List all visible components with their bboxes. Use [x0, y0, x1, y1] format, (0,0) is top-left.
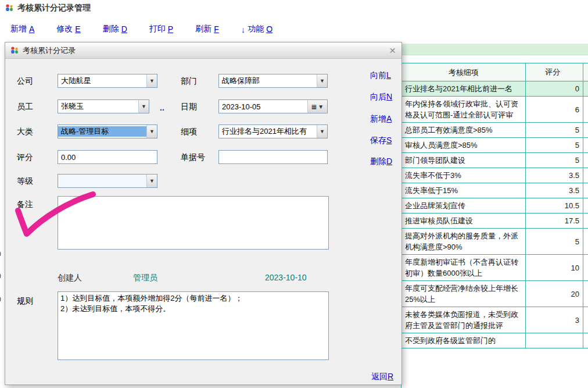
company-label: 公司: [17, 76, 33, 87]
extra-column-cell: [583, 213, 588, 228]
assessment-item-cell: 推进审核员队伍建设: [401, 213, 526, 228]
score-cell: 5: [526, 123, 583, 137]
save-hotkey: S: [386, 136, 392, 145]
employee-select[interactable]: 张晓玉 ▼: [58, 99, 149, 113]
table-row[interactable]: 总部员工有效满意度>85%5: [401, 123, 588, 138]
rule-textarea[interactable]: 1）达到目标值，本项额外增加得2分（每前进一名）； 2）未达到目标值，本项不得分…: [58, 291, 329, 360]
category-select[interactable]: 战略-管理目标 ▼: [58, 124, 157, 138]
prev-hotkey: L: [386, 70, 391, 80]
add-hotkey: A: [386, 114, 392, 123]
next-button[interactable]: 向后N: [370, 92, 392, 102]
extra-column-cell: [583, 333, 588, 348]
toolbar-print-hotkey: P: [168, 24, 173, 34]
detail-value: 行业排名与2021年相比有: [219, 126, 317, 137]
assessment-item-cell: 年度新增初审证书（不含再认证转初审）数量6000张以上: [401, 255, 526, 280]
chevron-down-icon[interactable]: ▼: [146, 175, 157, 187]
table-row[interactable]: 部门领导团队建设5: [401, 153, 588, 168]
chevron-down-icon[interactable]: ▼: [317, 74, 327, 87]
remark-textarea[interactable]: [58, 196, 329, 250]
toolbar-add-label: 新增: [10, 24, 27, 34]
toolbar-print-label: 打印: [149, 24, 166, 34]
detail-label: 细项: [181, 127, 197, 137]
employee-browse-button[interactable]: ..: [160, 103, 164, 112]
score-cell: 0: [526, 81, 583, 96]
score-input[interactable]: [58, 150, 157, 164]
table-row[interactable]: 审核人员满意度>85%5: [401, 138, 588, 153]
toolbar-add-button[interactable]: 新增A: [10, 24, 34, 34]
assessment-item-cell: 企业品牌策划宣传: [401, 198, 526, 213]
score-cell: 5: [526, 138, 583, 152]
score-cell: 6: [526, 97, 583, 122]
save-button[interactable]: 保存S: [370, 136, 392, 146]
delete-label: 删除: [370, 156, 386, 166]
date-picker[interactable]: 2023-10-05 ▦▼: [218, 99, 328, 113]
toolbar-print-button[interactable]: 打印P: [149, 24, 173, 34]
calendar-icon[interactable]: ▦▼: [307, 100, 327, 113]
department-select[interactable]: 战略保障部 ▼: [218, 74, 328, 88]
chevron-down-icon[interactable]: ▼: [146, 125, 157, 138]
delete-button[interactable]: 删除D: [370, 156, 392, 167]
edge-fragment: 0: [0, 250, 1, 258]
table-row[interactable]: 不受到政府各级监管部门的: [401, 333, 588, 348]
edge-fragment: 0: [0, 272, 1, 280]
score-cell: 5: [526, 229, 583, 254]
extra-column-cell: [583, 229, 588, 254]
toolbar-function-menu[interactable]: ↓功能O: [241, 24, 273, 34]
score-cell: 3: [526, 307, 583, 333]
table-row[interactable]: 年内保持各领域行政审批、认可资格及认可范围-通过全部认可评审6: [401, 97, 588, 123]
toolbar-delete-button[interactable]: 删除D: [103, 24, 127, 34]
extra-column-cell: [583, 168, 588, 183]
toolbar-edit-button[interactable]: 修改E: [56, 24, 80, 34]
add-label: 新增: [370, 114, 386, 123]
table-row[interactable]: 流失率低于15%3.5: [401, 183, 588, 198]
main-toolbar: 新增A 修改E 删除D 打印P 刷新F ↓功能O: [0, 20, 588, 38]
table-row[interactable]: 企业品牌策划宣传10.5: [401, 198, 588, 213]
category-value: 战略-管理目标: [58, 126, 146, 137]
header-score: 评分: [526, 63, 583, 81]
app-icon: [5, 3, 14, 13]
toolbar-refresh-button[interactable]: 刷新F: [195, 24, 219, 34]
rule-label: 规则: [17, 296, 33, 307]
detail-select[interactable]: 行业排名与2021年相比有 ▼: [218, 124, 328, 138]
toolbar-edit-hotkey: E: [75, 24, 80, 34]
add-button[interactable]: 新增A: [370, 114, 392, 124]
table-row[interactable]: 推进审核员队伍建设17.5: [401, 213, 588, 229]
close-icon[interactable]: ×: [389, 44, 396, 57]
delete-hotkey: D: [386, 156, 392, 166]
prev-button[interactable]: 向前L: [370, 70, 391, 81]
extra-column-cell: [583, 123, 588, 137]
toolbar-delete-label: 删除: [103, 24, 119, 34]
table-top-band: [401, 44, 588, 55]
chevron-down-icon[interactable]: ▼: [138, 100, 149, 113]
table-row[interactable]: 提高对外派机构的服务质量，外派机构满意度>90%5: [401, 229, 588, 255]
down-arrow-icon: ↓: [241, 25, 246, 34]
return-label: 返回: [371, 372, 388, 381]
company-select[interactable]: 大陆航星 ▼: [58, 74, 157, 88]
dialog-titlebar[interactable]: 考核累计分记录 ×: [5, 42, 401, 59]
employee-label: 员工: [17, 102, 33, 112]
chevron-down-icon[interactable]: ▼: [317, 125, 327, 138]
assessment-table: 考核细项 评分 行业排名与2021年相比前进一名0年内保持各领域行政审批、认可资…: [401, 44, 588, 388]
toolbar-refresh-label: 刷新: [195, 24, 211, 34]
table-gap-band: [401, 55, 588, 63]
chevron-down-icon: ▼: [318, 104, 324, 110]
chevron-down-icon[interactable]: ▼: [146, 74, 157, 87]
table-row[interactable]: 行业排名与2021年相比前进一名0: [401, 81, 588, 97]
header-assessment-item: 考核细项: [401, 63, 526, 81]
table-row[interactable]: 年度可支配经营净结余较上年增长25%以上20: [401, 281, 588, 307]
grade-label: 等级: [17, 176, 33, 187]
table-row[interactable]: 年度新增初审证书（不含再认证转初审）数量6000张以上10: [401, 255, 588, 281]
assessment-item-cell: 流失率不低于3%: [401, 168, 526, 183]
return-button[interactable]: 返回R: [371, 372, 393, 382]
grade-select[interactable]: ▼: [58, 174, 157, 188]
creator-label: 创建人: [58, 273, 82, 283]
assessment-item-cell: 提高对外派机构的服务质量，外派机构满意度>90%: [401, 229, 526, 254]
doc-no-input[interactable]: [218, 150, 328, 164]
creator-value: 管理员: [133, 273, 157, 283]
score-cell: 20: [526, 281, 583, 307]
table-row[interactable]: 流失率不低于3%3.5: [401, 168, 588, 183]
score-cell: 10: [526, 255, 583, 280]
assessment-table-body: 行业排名与2021年相比前进一名0年内保持各领域行政审批、认可资格及认可范围-通…: [401, 81, 588, 348]
table-row[interactable]: 未被各类媒体负面报道，未受到政府主管及监管部门的通报批评3: [401, 307, 588, 333]
toolbar-function-label: 功能: [248, 24, 264, 34]
